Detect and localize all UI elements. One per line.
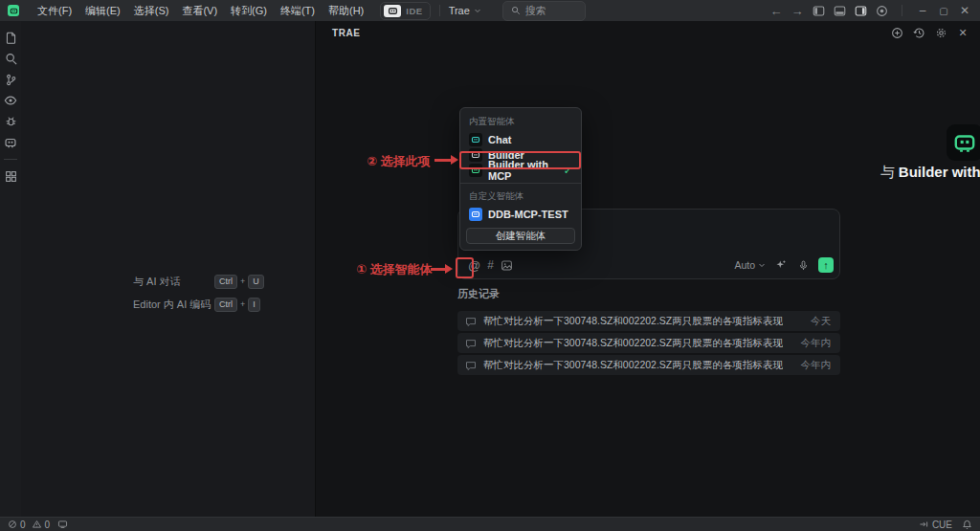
new-chat-icon[interactable] xyxy=(889,25,904,40)
trae-agent-sidebar-icon[interactable] xyxy=(0,132,21,153)
menu-terminal[interactable]: 终端(T) xyxy=(274,1,322,21)
settings-gear-icon[interactable] xyxy=(933,25,948,40)
panel-title: TRAE xyxy=(332,28,361,38)
trae-app-logo-icon xyxy=(8,5,19,16)
activity-bar xyxy=(0,21,21,517)
cue-label: CUE xyxy=(932,520,952,530)
toggle-bottom-panel-icon[interactable] xyxy=(830,2,849,19)
feedback-icon[interactable] xyxy=(57,520,68,529)
customize-layout-icon[interactable] xyxy=(872,2,891,19)
eye-watch-icon[interactable] xyxy=(0,90,21,111)
hint-inline-ai: Editor 内 AI 编码 Ctrl + I xyxy=(133,293,264,316)
history-item[interactable]: 帮忙对比分析一下300748.SZ和002202.SZ两只股票的各项指标表现 今… xyxy=(457,311,840,331)
chat-bubble-icon xyxy=(465,338,477,349)
mode-label: Auto xyxy=(734,259,755,271)
welcome-prefix: 与 xyxy=(880,164,899,180)
send-button[interactable]: ↑ xyxy=(818,257,834,273)
ddb-agent-icon xyxy=(469,208,482,221)
chat-bubble-icon xyxy=(465,360,477,371)
warning-count: 0 xyxy=(45,520,51,530)
titlebar-controls: ← → – ▢ ✕ xyxy=(767,2,980,19)
error-count: 0 xyxy=(20,520,26,530)
panel-header: TRAE ✕ xyxy=(316,21,980,44)
error-icon xyxy=(8,520,17,529)
trae-ai-panel: TRAE ✕ 与 Builder with MCP 协作 @ xyxy=(316,21,980,517)
history-title: 历史记录 xyxy=(457,287,840,301)
menu-help[interactable]: 帮助(H) xyxy=(322,1,370,21)
workspace-switcher[interactable]: Trae xyxy=(449,5,481,16)
context-hash-button[interactable]: # xyxy=(482,257,499,274)
workspace-name: Trae xyxy=(449,5,470,16)
keycap-ctrl: Ctrl xyxy=(214,298,237,312)
agent-selector-at-button[interactable]: @ xyxy=(466,257,482,274)
dropdown-separator xyxy=(460,183,581,184)
builder-agent-icon xyxy=(469,148,482,162)
source-control-icon[interactable] xyxy=(0,69,21,90)
notifications-bell-icon[interactable] xyxy=(962,520,972,530)
chevron-down-icon xyxy=(758,261,766,269)
selected-check-icon: ✓ xyxy=(564,165,572,177)
close-panel-icon[interactable]: ✕ xyxy=(955,25,970,40)
editor-pane: 与 AI 对话 Ctrl + U Editor 内 AI 编码 Ctrl + I xyxy=(21,21,316,517)
debug-bug-icon[interactable] xyxy=(0,111,21,132)
history-item[interactable]: 帮忙对比分析一下300748.SZ和002202.SZ两只股票的各项指标表现 今… xyxy=(457,355,840,375)
agent-name: Chat xyxy=(488,134,511,145)
menu-view[interactable]: 查看(V) xyxy=(175,1,224,21)
search-icon xyxy=(511,6,521,15)
nav-back-button[interactable]: ← xyxy=(767,2,786,19)
hint-label: Editor 内 AI 编码 xyxy=(133,298,214,312)
chat-input-toolbar: @ # Auto ↑ xyxy=(458,255,839,278)
global-search-input[interactable]: 搜索 xyxy=(502,1,586,21)
keycap-u: U xyxy=(248,275,264,289)
enhance-prompt-sparkle-icon[interactable] xyxy=(772,257,789,274)
attach-image-button[interactable] xyxy=(499,257,515,274)
builtin-agents-header: 内置智能体 xyxy=(460,113,581,132)
create-agent-button[interactable]: 创建智能体 xyxy=(466,228,575,244)
history-item-text: 帮忙对比分析一下300748.SZ和002202.SZ两只股票的各项指标表现 xyxy=(483,337,783,350)
window-close-button[interactable]: ✕ xyxy=(955,2,974,19)
keycap-i: I xyxy=(248,298,260,312)
history-icon[interactable] xyxy=(911,25,926,40)
nav-forward-button[interactable]: → xyxy=(788,2,807,19)
history-item-time: 今天 xyxy=(799,315,831,328)
explorer-icon[interactable] xyxy=(0,27,21,48)
search-placeholder: 搜索 xyxy=(525,4,546,18)
history-section: 历史记录 帮忙对比分析一下300748.SZ和002202.SZ两只股票的各项指… xyxy=(457,287,840,377)
window-minimize-button[interactable]: – xyxy=(913,2,932,19)
ide-label: IDE xyxy=(406,6,422,16)
window-maximize-button[interactable]: ▢ xyxy=(934,2,953,19)
chat-agent-icon xyxy=(469,133,482,146)
menu-goto[interactable]: 转到(G) xyxy=(224,1,274,21)
chat-bubble-icon xyxy=(465,316,477,327)
welcome-title: 与 Builder with MCP 协作 xyxy=(649,164,980,182)
toggle-left-sidebar-icon[interactable] xyxy=(809,2,828,19)
titlebar-divider xyxy=(439,5,440,16)
ide-mode-badge[interactable]: IDE xyxy=(380,2,430,20)
activity-bar-separator xyxy=(4,159,17,160)
menu-bar: 文件(F) 编辑(E) 选择(S) 查看(V) 转到(G) 终端(T) 帮助(H… xyxy=(31,1,370,21)
agent-item-builder-with-mcp[interactable]: Builder with MCP ✓ xyxy=(460,163,581,178)
model-mode-select[interactable]: Auto xyxy=(734,259,766,271)
titlebar-divider xyxy=(902,5,902,16)
annotation-step1-arrow xyxy=(431,264,453,274)
annotation-step2-arrow xyxy=(434,155,458,165)
agent-name: Builder with MCP xyxy=(488,159,558,182)
history-item[interactable]: 帮忙对比分析一下300748.SZ和002202.SZ两只股票的各项指标表现 今… xyxy=(457,333,840,353)
agent-selector-dropdown: 内置智能体 Chat Builder Builder with MCP ✓ xyxy=(459,107,582,251)
status-bar: 0 0 CUE xyxy=(0,517,980,531)
menu-file[interactable]: 文件(F) xyxy=(31,1,78,21)
hint-chat-with-ai: 与 AI 对话 Ctrl + U xyxy=(133,270,264,293)
chevron-down-icon xyxy=(474,7,481,14)
microphone-icon[interactable] xyxy=(795,257,812,274)
hint-label: 与 AI 对话 xyxy=(133,275,214,289)
problems-indicator[interactable]: 0 0 xyxy=(8,520,50,530)
menu-selection[interactable]: 选择(S) xyxy=(127,1,176,21)
agent-item-ddb-mcp-test[interactable]: DDB-MCP-TEST xyxy=(460,207,581,222)
cue-indicator[interactable]: CUE xyxy=(919,520,952,530)
extensions-icon[interactable] xyxy=(0,166,21,187)
menu-edit[interactable]: 编辑(E) xyxy=(78,1,127,21)
toggle-right-sidebar-icon[interactable] xyxy=(851,2,870,19)
agent-item-chat[interactable]: Chat xyxy=(460,132,581,147)
key-plus: + xyxy=(240,277,245,286)
search-sidebar-icon[interactable] xyxy=(0,48,21,69)
